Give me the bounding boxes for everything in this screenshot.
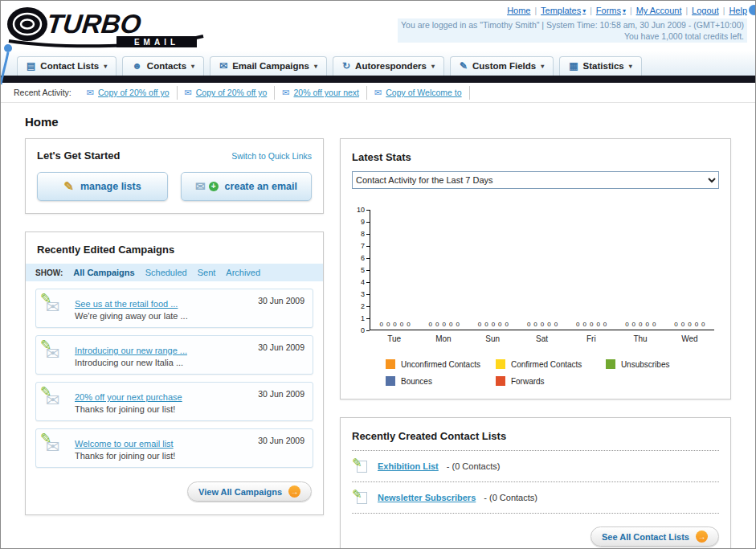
turbo-email-logo: TURBO EMAIL bbox=[6, 4, 208, 49]
list-edit-icon bbox=[353, 459, 370, 473]
activity-item[interactable]: 20% off your next bbox=[275, 86, 367, 100]
top-link-templates[interactable]: Templates bbox=[541, 6, 586, 15]
value-label: 0 bbox=[541, 321, 544, 328]
login-info: You are logged in as "Timothy Smith" | S… bbox=[398, 18, 747, 31]
legend-label: Confirmed Contacts bbox=[511, 360, 582, 369]
value-label: 0 bbox=[632, 321, 635, 328]
y-axis-label: 10 bbox=[357, 207, 370, 213]
top-link-help[interactable]: Help bbox=[729, 6, 747, 15]
y-axis-label: 6 bbox=[357, 255, 370, 261]
top-link-home[interactable]: Home bbox=[507, 6, 530, 15]
create-email-label: create an email bbox=[225, 181, 297, 192]
tab-label: Statistics bbox=[583, 61, 624, 71]
campaign-subtitle: Thanks for joining our list! bbox=[75, 451, 248, 461]
page: TURBO EMAIL Home|Templates|Forms|My Acco… bbox=[0, 0, 756, 549]
arrow-right-icon bbox=[696, 531, 708, 543]
activity-item[interactable]: Copy of 20% off yo bbox=[178, 86, 276, 100]
pencil-icon bbox=[352, 456, 362, 470]
value-label: 0 bbox=[582, 321, 586, 328]
value-label: 0 bbox=[478, 321, 481, 328]
legend-swatch bbox=[606, 359, 615, 369]
tab-contact-lists[interactable]: ▤Contact Lists bbox=[17, 56, 116, 76]
contact-list-link[interactable]: Newsletter Subscribers bbox=[378, 493, 476, 502]
separator: | bbox=[723, 6, 725, 15]
value-label: 0 bbox=[547, 321, 550, 328]
campaign-texts: 20% off your next purchaseThanks for joi… bbox=[75, 389, 248, 414]
legend-item-unsubscribes: Unsubscribes bbox=[606, 359, 716, 369]
get-started-title: Let's Get Started bbox=[37, 150, 121, 162]
switch-to-quick-links-link[interactable]: Switch to Quick Links bbox=[231, 151, 312, 161]
y-axis-label: 4 bbox=[357, 279, 370, 285]
chart-x-axis: TueMonSunSatFriThuWed bbox=[370, 330, 714, 343]
chevron-down-icon bbox=[104, 63, 107, 70]
logo-swoosh-decoration bbox=[1, 44, 15, 86]
chevron-down-icon bbox=[314, 63, 317, 70]
x-axis-label: Sun bbox=[468, 330, 517, 343]
y-axis-label: 2 bbox=[357, 303, 370, 309]
statistics-icon: ▦ bbox=[569, 61, 578, 71]
separator: | bbox=[686, 6, 689, 15]
tab-autoresponders[interactable]: ↻Autoresponders bbox=[333, 56, 444, 76]
main-content: Home Let's Get Started Switch to Quick L… bbox=[1, 103, 755, 549]
campaign-date: 30 Jun 2009 bbox=[258, 389, 304, 399]
tab-email-campaigns[interactable]: ✉Email Campaigns bbox=[210, 56, 327, 76]
view-all-campaigns-button[interactable]: View All Campaigns bbox=[187, 481, 312, 502]
top-link-my-account[interactable]: My Account bbox=[636, 6, 682, 15]
campaign-title-link[interactable]: Welcome to our email list bbox=[75, 439, 174, 449]
top-link-logout[interactable]: Logout bbox=[692, 6, 719, 15]
contact-list-item: Newsletter Subscribers- (0 Contacts) bbox=[352, 482, 719, 514]
manage-lists-button[interactable]: manage lists bbox=[37, 172, 168, 201]
tab-custom-fields[interactable]: ✎Custom Fields bbox=[450, 56, 554, 76]
value-label: 0 bbox=[603, 321, 607, 328]
create-an-email-button[interactable]: create an email bbox=[181, 172, 312, 201]
campaign-title-link[interactable]: See us at the retail food ... bbox=[75, 299, 178, 309]
nav-divider-bar bbox=[1, 76, 755, 83]
tab-contacts[interactable]: ☻Contacts bbox=[122, 56, 204, 76]
activity-link: Copy of Welcome to bbox=[386, 88, 461, 97]
campaign-filters: All CampaignsScheduledSentArchived bbox=[73, 268, 271, 277]
contact-list-link[interactable]: Exhibition List bbox=[378, 461, 439, 471]
value-label: 0 bbox=[701, 321, 705, 328]
stats-period-select[interactable]: Contact Activity for the Last 7 Days bbox=[352, 171, 719, 189]
value-label: 0 bbox=[527, 321, 530, 328]
see-all-contact-lists-label: See All Contact Lists bbox=[602, 532, 689, 542]
contact-lists-icon: ▤ bbox=[27, 61, 35, 71]
pencil-icon bbox=[352, 487, 362, 502]
email-icon bbox=[195, 179, 206, 194]
activity-item[interactable]: Copy of Welcome to bbox=[367, 86, 470, 100]
campaign-texts: Introducing our new range ...Introducing… bbox=[75, 342, 248, 367]
email-icon bbox=[185, 88, 192, 98]
activity-link: 20% off your next bbox=[294, 88, 360, 97]
filter-all-campaigns[interactable]: All Campaigns bbox=[73, 268, 134, 277]
y-axis-label: 1 bbox=[357, 315, 370, 322]
pencil-icon bbox=[63, 179, 74, 194]
legend-item-bounces: Bounces bbox=[386, 376, 496, 386]
tab-label: Contacts bbox=[147, 61, 186, 71]
logo-title: TURBO bbox=[45, 9, 142, 39]
filter-archived[interactable]: Archived bbox=[226, 268, 260, 277]
value-label: 0 bbox=[695, 321, 698, 328]
campaign-title-link[interactable]: Introducing our new range ... bbox=[75, 346, 187, 355]
value-label: 0 bbox=[449, 321, 452, 328]
tab-statistics[interactable]: ▦Statistics bbox=[559, 56, 642, 76]
see-all-contact-lists-button[interactable]: See All Contact Lists bbox=[590, 526, 719, 547]
chevron-down-icon bbox=[623, 7, 626, 14]
tab-label: Custom Fields bbox=[472, 61, 536, 71]
x-axis-label: Thu bbox=[615, 330, 664, 343]
pencil-icon bbox=[40, 290, 51, 307]
legend-label: Unconfirmed Contacts bbox=[401, 360, 480, 369]
contact-list-detail: - (0 Contacts) bbox=[484, 493, 537, 502]
campaign-title-link[interactable]: 20% off your next purchase bbox=[75, 392, 182, 402]
separator: | bbox=[590, 6, 592, 15]
campaign-row: Welcome to our email listThanks for join… bbox=[35, 428, 313, 468]
filter-scheduled[interactable]: Scheduled bbox=[145, 268, 187, 277]
filter-sent[interactable]: Sent bbox=[198, 268, 216, 277]
activity-item[interactable]: Copy of 20% off yo bbox=[80, 86, 178, 100]
legend-item-forwards: Forwards bbox=[496, 376, 606, 386]
value-label: 0 bbox=[393, 321, 396, 328]
recently-created-contact-lists-panel: Recently Created Contact Lists Exhibitio… bbox=[340, 417, 731, 549]
top-link-forms[interactable]: Forms bbox=[596, 6, 626, 15]
app-logo: TURBO EMAIL bbox=[6, 4, 208, 51]
autoresponders-icon: ↻ bbox=[342, 61, 350, 71]
email-icon bbox=[282, 88, 289, 98]
